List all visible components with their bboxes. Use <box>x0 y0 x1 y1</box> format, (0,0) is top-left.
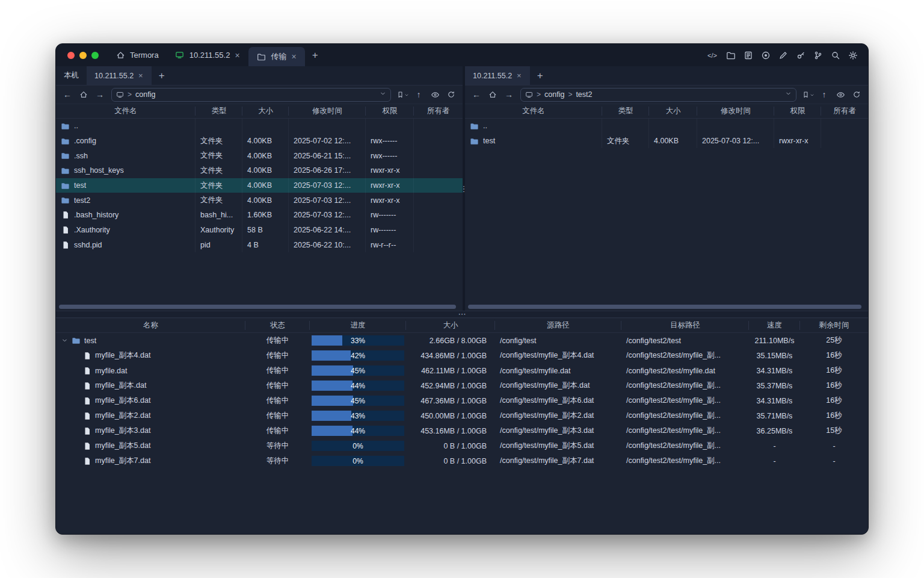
column-header-type[interactable]: 类型 <box>196 104 242 118</box>
transfer-row[interactable]: myfile_副本3.dat 传输中 44% 453.16MB / 1.00GB… <box>56 423 868 438</box>
new-pane-tab-button[interactable]: + <box>530 66 550 85</box>
close-icon[interactable]: × <box>516 72 522 79</box>
key-icon[interactable] <box>795 50 806 61</box>
column-header-speed[interactable]: 速度 <box>749 319 800 332</box>
up-directory-button[interactable]: ↑ <box>411 88 426 101</box>
transfer-row[interactable]: test 传输中 33% 2.66GB / 8.00GB /config/tes… <box>56 333 868 348</box>
breadcrumb-separator: > <box>568 90 572 99</box>
right-path-breadcrumb[interactable]: > config > test2 <box>520 88 796 102</box>
refresh-button[interactable] <box>849 88 864 101</box>
column-header-mtime[interactable]: 修改时间 <box>289 104 366 118</box>
file-row[interactable]: .. <box>465 119 868 134</box>
column-header-target[interactable]: 目标路径 <box>621 319 749 332</box>
column-header-type[interactable]: 类型 <box>602 104 649 118</box>
forward-button[interactable]: → <box>93 88 107 101</box>
folder-icon <box>61 122 70 131</box>
column-header-perm[interactable]: 权限 <box>366 104 414 118</box>
column-header-status[interactable]: 状态 <box>245 319 310 332</box>
record-icon[interactable] <box>760 50 771 61</box>
file-row[interactable]: test 文件夹 4.00KB 2025-07-03 12:... rwxr-x… <box>465 134 868 149</box>
file-row[interactable]: .config 文件夹 4.00KB 2025-07-02 12:... rwx… <box>56 134 463 149</box>
file-row[interactable]: .. <box>56 119 463 134</box>
transfer-size: 2.66GB / 8.00GB <box>406 333 495 348</box>
minimize-window-button[interactable] <box>79 52 87 59</box>
file-row[interactable]: ssh_host_keys 文件夹 4.00KB 2025-06-26 17:.… <box>56 163 463 178</box>
column-header-size[interactable]: 大小 <box>649 104 697 118</box>
file-row[interactable]: .Xauthority Xauthority 58 B 2025-06-22 1… <box>56 223 463 238</box>
transfer-row[interactable]: myfile_副本2.dat 传输中 43% 450.00MB / 1.00GB… <box>56 408 868 423</box>
log-icon[interactable] <box>743 50 754 61</box>
forward-button[interactable]: → <box>502 88 516 101</box>
close-icon[interactable]: × <box>234 51 240 60</box>
breadcrumb-segment[interactable]: config <box>135 90 155 99</box>
tab-termora-home[interactable]: Termora <box>107 44 167 66</box>
transfer-row[interactable]: myfile_副本6.dat 传输中 45% 467.36MB / 1.00GB… <box>56 393 868 408</box>
left-path-breadcrumb[interactable]: > config <box>111 88 391 102</box>
transfer-row[interactable]: myfile.dat 传输中 45% 462.11MB / 1.00GB /co… <box>56 363 868 378</box>
scrollbar-thumb[interactable] <box>468 305 861 309</box>
up-directory-button[interactable]: ↑ <box>817 88 831 101</box>
column-header-size[interactable]: 大小 <box>406 319 495 332</box>
bookmark-button[interactable] <box>395 88 410 101</box>
close-icon[interactable]: × <box>291 52 297 61</box>
file-name: sshd.pid <box>74 241 102 249</box>
transfer-row[interactable]: myfile_副本4.dat 传输中 42% 434.86MB / 1.00GB… <box>56 348 868 363</box>
scrollbar-thumb[interactable] <box>59 305 456 309</box>
tab-remote-host[interactable]: 10.211.55.2 × <box>87 66 152 85</box>
transfer-row[interactable]: myfile_副本.dat 传输中 44% 452.94MB / 1.00GB … <box>56 378 868 393</box>
folder-icon[interactable] <box>725 50 736 61</box>
horizontal-splitter[interactable]: ⋯ <box>56 311 868 318</box>
column-header-size[interactable]: 大小 <box>242 104 289 118</box>
transfer-row[interactable]: myfile_副本5.dat 等待中 0% 0 B / 1.00GB /conf… <box>56 438 868 453</box>
tab-host-10-211-55-2[interactable]: 10.211.55.2 × <box>167 44 248 66</box>
chevron-down-icon[interactable] <box>380 90 386 99</box>
new-pane-tab-button[interactable]: + <box>152 66 172 85</box>
column-header-owner[interactable]: 所有者 <box>414 104 463 118</box>
back-button[interactable]: ← <box>60 88 75 101</box>
close-icon[interactable]: × <box>138 72 144 79</box>
home-button[interactable] <box>76 88 91 101</box>
git-branch-icon[interactable] <box>813 50 824 61</box>
breadcrumb-segment[interactable]: config <box>544 90 564 99</box>
new-tab-button[interactable]: + <box>305 44 325 66</box>
file-row-selected[interactable]: test 文件夹 4.00KB 2025-07-03 12:... rwxr-x… <box>56 178 463 193</box>
edit-icon[interactable] <box>778 50 789 61</box>
tab-transfer[interactable]: 传输 × <box>248 47 305 66</box>
progress-bar: 33% <box>312 335 404 346</box>
breadcrumb-segment[interactable]: test2 <box>576 90 592 99</box>
refresh-button[interactable] <box>444 88 458 101</box>
file-row[interactable]: .ssh 文件夹 4.00KB 2025-06-21 15:... rwx---… <box>56 148 463 163</box>
column-header-perm[interactable]: 权限 <box>774 104 821 118</box>
column-header-owner[interactable]: 所有者 <box>821 104 868 118</box>
column-header-progress[interactable]: 进度 <box>310 319 406 332</box>
tab-remote-host[interactable]: 10.211.55.2 × <box>465 66 530 85</box>
column-header-name[interactable]: 文件名 <box>56 104 196 118</box>
right-horizontal-scrollbar[interactable] <box>467 304 866 309</box>
file-owner <box>414 193 463 208</box>
left-horizontal-scrollbar[interactable] <box>58 304 461 309</box>
collapse-chevron-icon[interactable] <box>61 337 68 344</box>
settings-gear-icon[interactable] <box>848 50 858 61</box>
column-header-name[interactable]: 文件名 <box>465 104 602 118</box>
progress-label: 0% <box>312 441 404 451</box>
bookmark-button[interactable] <box>801 88 815 101</box>
file-row[interactable]: test2 文件夹 4.00KB 2025-07-03 12:... rwxr-… <box>56 193 463 208</box>
home-button[interactable] <box>485 88 500 101</box>
file-row[interactable]: .bash_history bash_hi... 1.60KB 2025-07-… <box>56 208 463 223</box>
transfer-row[interactable]: myfile_副本7.dat 等待中 0% 0 B / 1.00GB /conf… <box>56 453 868 468</box>
column-header-name[interactable]: 名称 <box>56 319 245 332</box>
file-row[interactable]: sshd.pid pid 4 B 2025-06-22 10:... rw-r-… <box>56 238 463 253</box>
transfer-progress-cell: 43% <box>310 408 406 423</box>
column-header-mtime[interactable]: 修改时间 <box>697 104 774 118</box>
chevron-down-icon[interactable] <box>785 90 792 99</box>
zoom-window-button[interactable] <box>91 52 99 59</box>
show-hidden-eye-button[interactable] <box>428 88 442 101</box>
column-header-eta[interactable]: 剩余时间 <box>800 319 868 332</box>
back-button[interactable]: ← <box>469 88 484 101</box>
column-header-source[interactable]: 源路径 <box>495 319 621 332</box>
tab-local[interactable]: 本机 <box>56 66 87 85</box>
search-icon[interactable] <box>830 50 841 61</box>
code-icon[interactable]: </> <box>706 50 719 61</box>
close-window-button[interactable] <box>67 52 75 59</box>
show-hidden-eye-button[interactable] <box>833 88 848 101</box>
